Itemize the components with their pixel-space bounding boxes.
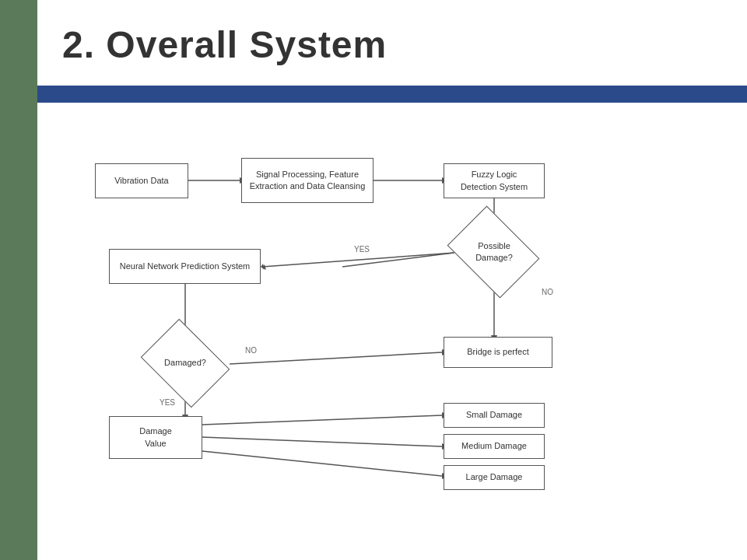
diagram-container: Vibration Data Signal Processing, Featur… [47, 117, 739, 544]
svg-line-14 [230, 352, 442, 364]
possible-damage-diamond: PossibleDamage? [452, 220, 536, 284]
no-label-middle: NO [245, 346, 257, 355]
fuzzy-logic-box: Fuzzy LogicDetection System [444, 163, 545, 198]
slide: 2. Overall System [0, 0, 747, 560]
signal-processing-box: Signal Processing, Feature Extraction an… [241, 158, 374, 203]
svg-line-20 [202, 437, 442, 446]
vibration-data-box: Vibration Data [95, 163, 188, 198]
small-damage-box: Small Damage [444, 403, 545, 428]
svg-line-8 [262, 253, 454, 267]
yes-label-top: YES [354, 245, 370, 254]
damaged-diamond: Damaged? [146, 333, 224, 394]
damage-value-box: DamageValue [109, 416, 202, 459]
blue-accent-bar [37, 86, 747, 103]
medium-damage-box: Medium Damage [444, 434, 545, 459]
svg-line-22 [202, 451, 442, 476]
neural-network-box: Neural Network Prediction System [109, 249, 261, 284]
large-damage-box: Large Damage [444, 465, 545, 490]
no-label-right: NO [542, 288, 553, 296]
yes-label-bottom: YES [160, 398, 175, 407]
svg-line-18 [202, 415, 442, 425]
left-decorative-bar [0, 0, 37, 560]
svg-marker-7 [262, 264, 266, 270]
bridge-perfect-box: Bridge is perfect [444, 337, 552, 368]
svg-line-6 [342, 253, 454, 267]
svg-marker-9 [261, 264, 265, 270]
slide-title: 2. Overall System [62, 23, 387, 66]
